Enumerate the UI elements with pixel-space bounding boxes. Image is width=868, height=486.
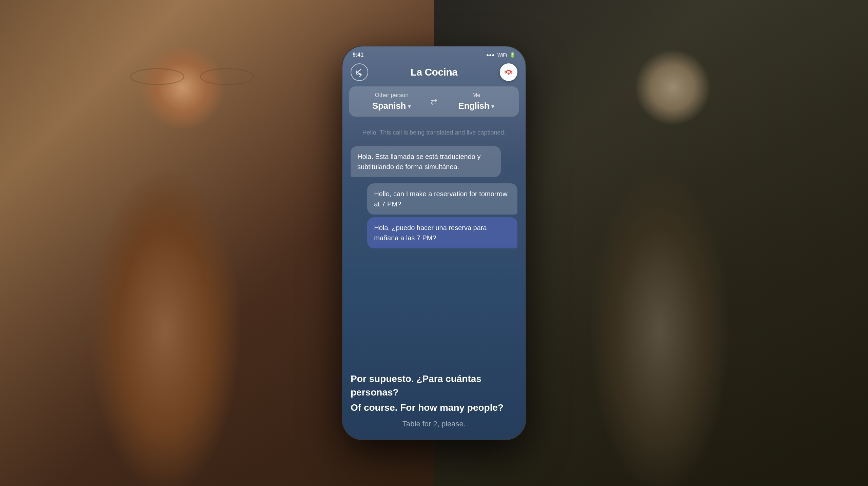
end-call-icon bbox=[504, 67, 513, 77]
message-received-1: Hola. Esta llamada se está traduciendo y… bbox=[351, 146, 501, 177]
call-title: La Cocina bbox=[411, 66, 458, 78]
message-received-1-text: Hola. Esta llamada se está traduciendo y… bbox=[357, 153, 481, 170]
messages-area: Hello. This call is being translated and… bbox=[342, 122, 526, 367]
my-language-name: English bbox=[458, 101, 490, 111]
message-sent-1-translation: Hola, ¿puedo hacer una reserva para maña… bbox=[367, 217, 517, 248]
swap-languages-button[interactable]: ⇄ bbox=[427, 97, 441, 106]
live-caption-partial: Table for 2, please. bbox=[351, 418, 517, 429]
message-sent-1: Hello, can I make a reservation for tomo… bbox=[367, 183, 517, 215]
my-language-dropdown[interactable]: English ▾ bbox=[458, 101, 495, 111]
other-language-dropdown[interactable]: Spanish ▾ bbox=[372, 101, 411, 111]
me-label: Me bbox=[472, 92, 480, 99]
app-header: La Cocina bbox=[342, 63, 526, 86]
glasses-right bbox=[200, 68, 254, 85]
glasses-left bbox=[130, 68, 184, 85]
live-caption-english: Of course. For how many people? bbox=[351, 401, 517, 414]
other-person-section: Other person Spanish ▾ bbox=[356, 92, 427, 111]
svg-point-1 bbox=[508, 73, 510, 75]
my-language-chevron: ▾ bbox=[491, 103, 494, 110]
other-language-chevron: ▾ bbox=[408, 103, 411, 110]
message-sent-1-wrapper: Hello, can I make a reservation for tomo… bbox=[367, 183, 517, 248]
live-caption-spanish: Por supuesto. ¿Para cuántas personas? bbox=[351, 372, 517, 399]
back-icon bbox=[355, 67, 364, 77]
back-button[interactable] bbox=[351, 63, 368, 81]
language-selector: Other person Spanish ▾ ⇄ Me English ▾ bbox=[349, 86, 519, 117]
live-caption-area: Por supuesto. ¿Para cuántas personas? Of… bbox=[342, 367, 526, 440]
me-section: Me English ▾ bbox=[441, 92, 512, 111]
phone-screen: 9:41 ●●● WiFi 🔋 La Cocina bbox=[342, 46, 526, 440]
message-sent-1-translation-text: Hola, ¿puedo hacer una reserva para maña… bbox=[374, 224, 487, 242]
status-bar: 9:41 ●●● WiFi 🔋 bbox=[342, 46, 526, 63]
message-sent-1-text: Hello, can I make a reservation for tomo… bbox=[374, 190, 508, 208]
end-call-button[interactable] bbox=[500, 63, 517, 81]
phone-device: 9:41 ●●● WiFi 🔋 La Cocina bbox=[342, 46, 526, 440]
system-message: Hello. This call is being translated and… bbox=[351, 125, 517, 140]
other-person-label: Other person bbox=[375, 92, 408, 99]
other-language-name: Spanish bbox=[372, 101, 406, 111]
